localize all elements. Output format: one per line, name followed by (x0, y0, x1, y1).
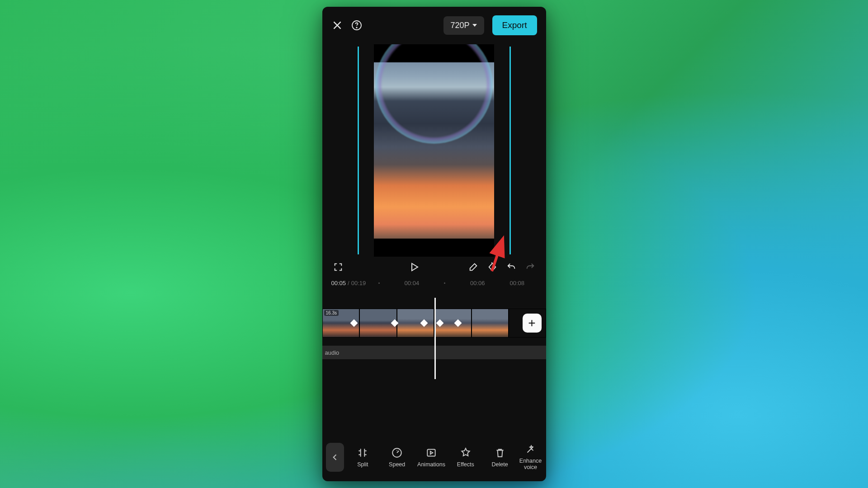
edit-icon[interactable] (467, 260, 480, 274)
redo-icon[interactable] (524, 260, 537, 274)
tool-label: Animations (417, 461, 445, 468)
svg-point-1 (356, 27, 357, 28)
video-frame-image (374, 62, 494, 239)
guide-line-left (358, 47, 359, 254)
clip-duration-label: 16.3s (324, 310, 339, 316)
clip-thumb (397, 309, 434, 338)
export-button[interactable]: Export (492, 15, 537, 35)
tool-label: Split (357, 461, 368, 468)
add-clip-button[interactable]: + (523, 314, 542, 333)
fullscreen-icon[interactable] (331, 260, 345, 274)
timecode-ruler: 00:05 / 00:19 00:04 00:06 00:08 (322, 277, 546, 289)
rainbow-overlay (375, 44, 493, 144)
video-canvas[interactable] (374, 44, 494, 257)
clip-thumb (472, 309, 509, 338)
svg-rect-3 (427, 449, 435, 456)
preview-area (322, 44, 546, 257)
tool-enhance-voice[interactable]: Enhance voice (519, 444, 542, 471)
time-mark: 00:06 (470, 280, 485, 286)
timeline[interactable]: 16.3s + audio (322, 309, 546, 342)
time-mark: 00:04 (405, 280, 420, 286)
close-icon[interactable] (331, 19, 343, 31)
guide-line-right (509, 47, 511, 254)
keyframe-icon[interactable] (486, 260, 499, 274)
audio-track-label: audio (325, 349, 340, 356)
tool-animations[interactable]: Animations (416, 447, 447, 468)
undo-icon[interactable] (505, 260, 518, 274)
tool-effects[interactable]: Effects (450, 447, 481, 468)
tool-speed[interactable]: Speed (382, 447, 412, 468)
video-editor-app: 720P Export (322, 7, 546, 481)
tool-label: Effects (457, 461, 474, 468)
current-time: 00:05 (331, 280, 346, 286)
tool-label: Enhance voice (519, 458, 542, 471)
tool-label: Speed (389, 461, 405, 468)
playback-controls (322, 257, 546, 277)
bottom-toolbar: Split Speed Animations Effects Delete En… (322, 438, 546, 481)
playhead[interactable] (434, 298, 436, 379)
total-time: 00:19 (351, 280, 366, 286)
top-bar: 720P Export (322, 7, 546, 44)
toolbar-back-button[interactable] (326, 443, 344, 472)
resolution-label: 720P (451, 21, 470, 30)
tool-split[interactable]: Split (348, 447, 378, 468)
play-icon[interactable] (407, 260, 421, 274)
help-icon[interactable] (351, 20, 362, 31)
time-mark: 00:08 (509, 280, 524, 286)
resolution-dropdown[interactable]: 720P (443, 16, 484, 35)
tool-label: Delete (492, 461, 508, 468)
tool-delete[interactable]: Delete (485, 447, 515, 468)
